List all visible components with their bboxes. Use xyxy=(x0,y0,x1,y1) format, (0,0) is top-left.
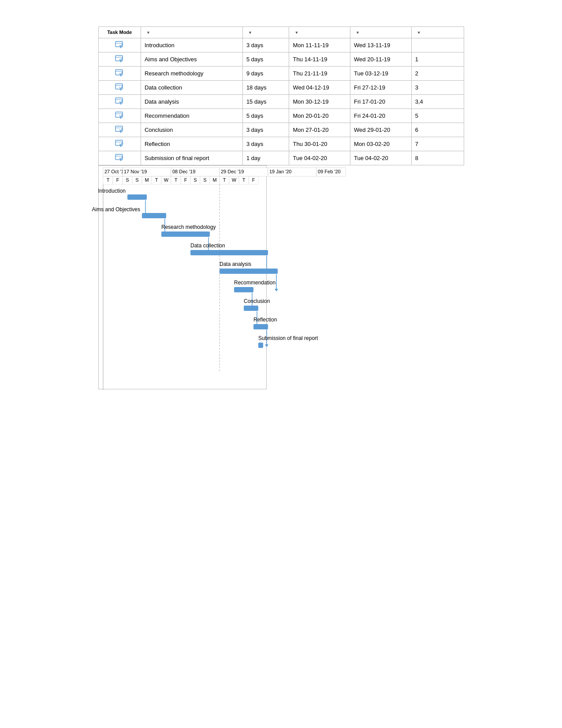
page-wrapper: Task Mode ▼ ▼ xyxy=(98,26,464,389)
task-name-cell: Reflection xyxy=(141,137,242,151)
svg-marker-78 xyxy=(275,289,278,291)
svg-text:M: M xyxy=(145,177,149,183)
table-row: Submission of final report1 dayTue 04-02… xyxy=(98,151,464,165)
predecessors-cell: 2 xyxy=(411,67,464,81)
svg-text:Research methodology: Research methodology xyxy=(161,224,216,230)
table-row: Introduction3 daysMon 11-11-19Wed 13-11-… xyxy=(98,38,464,52)
table-body: Introduction3 daysMon 11-11-19Wed 13-11-… xyxy=(98,38,464,165)
task-mode-cell xyxy=(98,95,141,109)
svg-rect-10 xyxy=(115,112,123,117)
svg-rect-16 xyxy=(115,154,123,160)
task-mode-cell xyxy=(98,81,141,95)
svg-text:19 Jan '20: 19 Jan '20 xyxy=(269,169,291,174)
svg-text:S: S xyxy=(126,177,129,183)
task-mode-icon xyxy=(115,41,124,49)
finish-cell: Wed 20-11-19 xyxy=(350,52,412,67)
task-mode-icon xyxy=(115,55,124,63)
predecessors-cell xyxy=(411,38,464,52)
duration-cell: 3 days xyxy=(242,137,289,151)
predecessors-sort-icon[interactable]: ▼ xyxy=(417,30,421,35)
task-name-header[interactable]: ▼ xyxy=(141,27,242,38)
gantt-bar[interactable] xyxy=(220,269,278,274)
gantt-bar[interactable] xyxy=(244,306,258,311)
svg-text:S: S xyxy=(203,177,206,183)
predecessors-cell: 5 xyxy=(411,109,464,123)
svg-text:T: T xyxy=(106,177,109,183)
task-name-cell: Conclusion xyxy=(141,123,242,137)
finish-sort-icon[interactable]: ▼ xyxy=(356,30,360,35)
table-row: Conclusion3 daysMon 27-01-20Wed 29-01-20… xyxy=(98,123,464,137)
duration-cell: 9 days xyxy=(242,67,289,81)
task-name-cell: Aims and Objectives xyxy=(141,52,242,67)
finish-header[interactable]: ▼ xyxy=(350,27,412,38)
table-row: Data analysis15 daysMon 30-12-19Fri 17-0… xyxy=(98,95,464,109)
svg-text:W: W xyxy=(164,177,168,183)
svg-text:T: T xyxy=(223,177,226,183)
gantt-svg: 27 Oct '1917 Nov '1908 Dec '1929 Dec '19… xyxy=(98,165,267,389)
table-row: Aims and Objectives5 daysThu 14-11-19Wed… xyxy=(98,52,464,67)
task-mode-icon xyxy=(115,69,124,77)
svg-text:S: S xyxy=(135,177,138,183)
task-name-sort-icon[interactable]: ▼ xyxy=(146,30,150,35)
svg-rect-2 xyxy=(115,56,123,61)
start-header[interactable]: ▼ xyxy=(289,27,350,38)
duration-cell: 18 days xyxy=(242,81,289,95)
task-mode-header[interactable]: Task Mode xyxy=(98,27,141,38)
start-cell: Thu 21-11-19 xyxy=(289,67,350,81)
predecessors-cell: 7 xyxy=(411,137,464,151)
svg-text:Data analysis: Data analysis xyxy=(220,261,251,267)
start-cell: Mon 27-01-20 xyxy=(289,123,350,137)
start-cell: Thu 30-01-20 xyxy=(289,137,350,151)
task-mode-icon xyxy=(115,83,124,91)
task-mode-icon xyxy=(115,97,124,105)
task-name-cell: Data analysis xyxy=(141,95,242,109)
gantt-bar[interactable] xyxy=(161,231,210,237)
task-mode-icon xyxy=(115,125,124,133)
duration-cell: 3 days xyxy=(242,123,289,137)
svg-text:F: F xyxy=(252,177,255,183)
svg-text:S: S xyxy=(194,177,197,183)
svg-text:W: W xyxy=(231,177,236,183)
svg-text:09 Feb '20: 09 Feb '20 xyxy=(318,169,341,174)
predecessors-header[interactable]: ▼ xyxy=(411,27,464,38)
finish-cell: Mon 03-02-20 xyxy=(350,137,412,151)
svg-text:F: F xyxy=(184,177,187,183)
start-sort-icon[interactable]: ▼ xyxy=(294,30,298,35)
start-cell: Mon 20-01-20 xyxy=(289,109,350,123)
svg-rect-12 xyxy=(115,126,123,131)
svg-text:Reflection: Reflection xyxy=(253,317,277,323)
svg-rect-8 xyxy=(115,98,123,103)
schedule-table: Task Mode ▼ ▼ xyxy=(98,26,464,165)
gantt-bar[interactable] xyxy=(258,343,263,348)
svg-text:Aims and Objectives: Aims and Objectives xyxy=(92,206,140,213)
start-cell: Wed 04-12-19 xyxy=(289,81,350,95)
task-mode-cell xyxy=(98,38,141,52)
gantt-bar[interactable] xyxy=(190,250,268,255)
svg-text:08 Dec '19: 08 Dec '19 xyxy=(172,169,195,174)
svg-marker-87 xyxy=(265,344,268,347)
duration-header[interactable]: ▼ xyxy=(242,27,289,38)
svg-rect-4 xyxy=(115,70,123,75)
task-mode-cell xyxy=(98,137,141,151)
duration-sort-icon[interactable]: ▼ xyxy=(248,30,252,35)
finish-cell: Fri 17-01-20 xyxy=(350,95,412,109)
task-mode-cell xyxy=(98,151,141,165)
duration-cell: 5 days xyxy=(242,109,289,123)
predecessors-cell: 3,4 xyxy=(411,95,464,109)
gantt-bar[interactable] xyxy=(234,287,253,292)
predecessors-cell: 6 xyxy=(411,123,464,137)
predecessors-cell: 3 xyxy=(411,81,464,95)
gantt-bar[interactable] xyxy=(142,213,166,218)
gantt-bar[interactable] xyxy=(127,194,147,200)
svg-text:Introduction: Introduction xyxy=(98,188,126,194)
gantt-chart-container: 27 Oct '1917 Nov '1908 Dec '1929 Dec '19… xyxy=(98,165,464,389)
svg-text:T: T xyxy=(174,177,177,183)
svg-text:Conclusion: Conclusion xyxy=(244,298,270,304)
predecessors-cell: 1 xyxy=(411,52,464,67)
gantt-bar[interactable] xyxy=(253,324,268,329)
task-name-cell: Data collection xyxy=(141,81,242,95)
finish-cell: Fri 24-01-20 xyxy=(350,109,412,123)
svg-text:29 Dec '19: 29 Dec '19 xyxy=(221,169,244,174)
task-mode-icon xyxy=(115,111,124,119)
task-mode-cell xyxy=(98,109,141,123)
